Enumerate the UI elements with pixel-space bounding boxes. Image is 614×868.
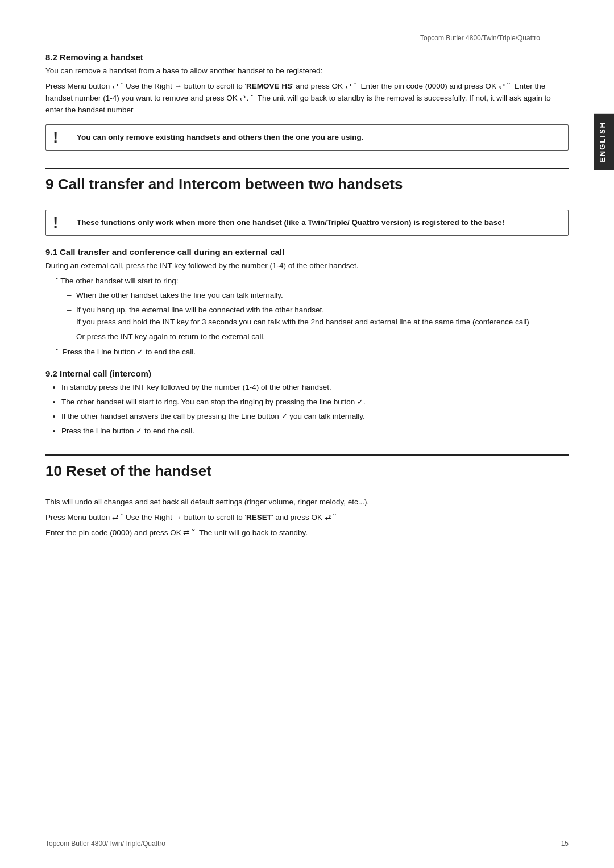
section-9-1-tilde2: ˘ Press the Line button ✓ to end the cal…	[56, 347, 569, 358]
dash-item-2a: If you hang up, the external line will b…	[76, 306, 324, 314]
dash-item-2b: If you press and hold the INT key for 3 …	[76, 318, 529, 326]
section-10-heading: 10 Reset of the handset	[45, 454, 569, 486]
phone-icon-1: ✓	[137, 348, 143, 356]
section-10-body1: This will undo all changes and set back …	[45, 496, 569, 508]
exclamation-icon-2: !	[53, 215, 58, 231]
bullet-3: If the other handset answers the call by…	[61, 412, 365, 420]
section-9-1-tilde1: The other handset will start to ring:	[56, 276, 569, 287]
list-item: The other handset will start to ring. Yo…	[61, 397, 569, 408]
footer-page: 15	[561, 840, 569, 848]
phone-icon-2: ✓	[357, 398, 363, 406]
section-8-2-heading: 8.2 Removing a handset	[45, 52, 569, 62]
section-9-1-heading: 9.1 Call transfer and conference call du…	[45, 247, 569, 257]
section-9-note-box: ! These functions only work when more th…	[45, 210, 569, 236]
page: ENGLISH Topcom Butler 4800/Twin/Triple/Q…	[0, 0, 614, 868]
section-8-2-note-box: ! You can only remove existing handsets …	[45, 124, 569, 151]
section-9-heading: 9 Call transfer and Intercom between two…	[45, 168, 569, 199]
dash-item-3: Or press the INT key again to return to …	[76, 332, 265, 341]
section-10-body2: Press Menu button ⇄ ˘ Use the Right → bu…	[45, 512, 569, 524]
note-8-2-text: You can only remove existing handsets an…	[77, 133, 364, 141]
note-9-text: These functions only work when more then…	[77, 218, 504, 227]
section-9-1-dash-list: When the other handset takes the line yo…	[67, 290, 569, 343]
bullet-1: In standby press the INT key followed by…	[61, 383, 331, 391]
list-item: In standby press the INT key followed by…	[61, 382, 569, 394]
section-10-body3: Enter the pin code (0000) and press OK ⇄…	[45, 527, 569, 539]
section-9-1-body1: During an external call, press the INT k…	[45, 260, 569, 272]
list-item: If the other handset answers the call by…	[61, 411, 569, 423]
bullet-2: The other handset will start to ring. Yo…	[61, 398, 366, 406]
phone-icon-3: ✓	[281, 412, 288, 420]
bullet-4: Press the Line button ✓ to end the call.	[61, 427, 194, 435]
remove-hs-bold: REMOVE HS	[246, 82, 292, 90]
footer-brand: Topcom Butler 4800/Twin/Triple/Quattro	[45, 840, 165, 848]
language-tab: ENGLISH	[594, 114, 614, 170]
section-9-2-heading: 9.2 Internal call (intercom)	[45, 369, 569, 378]
list-item: If you hang up, the external line will b…	[67, 304, 569, 328]
list-item: Or press the INT key again to return to …	[67, 331, 569, 343]
header-brand: Topcom Butler 4800/Twin/Triple/Quattro	[45, 34, 540, 42]
section-9-2-bullet-list: In standby press the INT key followed by…	[61, 382, 569, 438]
list-item: When the other handset takes the line yo…	[67, 290, 569, 302]
reset-bold: RESET	[246, 513, 272, 521]
dash-item-1: When the other handset takes the line yo…	[76, 291, 283, 299]
section-8-2-body2: Press Menu button ⇄ ˘ Use the Right → bu…	[45, 81, 569, 116]
phone-icon-4: ✓	[136, 427, 142, 435]
section-8-2-body1: You can remove a handset from a base to …	[45, 65, 569, 77]
list-item: Press the Line button ✓ to end the call.	[61, 425, 569, 437]
exclamation-icon: !	[53, 130, 58, 145]
